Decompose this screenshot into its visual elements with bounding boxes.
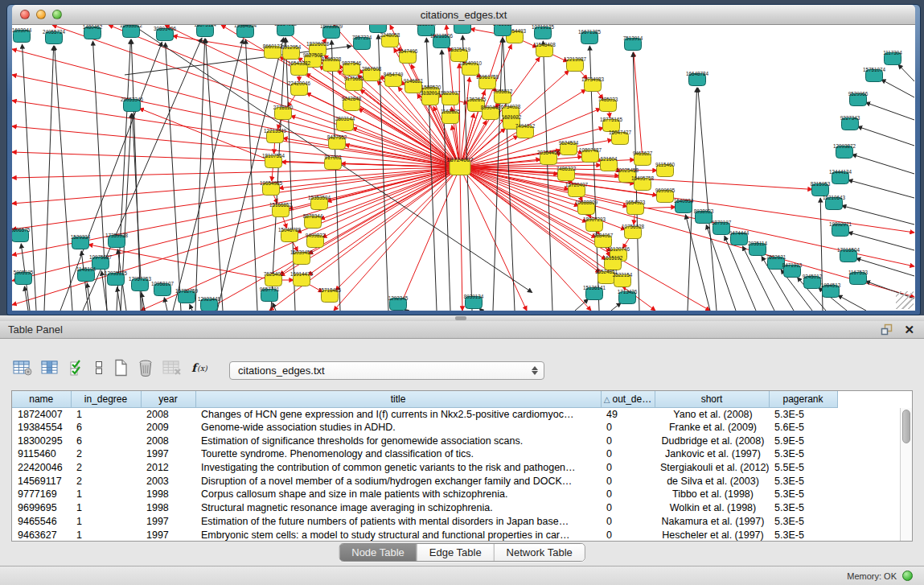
table-row[interactable]: 969969511998Structural magnetic resonanc… — [12, 501, 837, 515]
table-cell[interactable]: 2008 — [141, 407, 195, 421]
citation-edge[interactable] — [848, 180, 914, 198]
citation-edge[interactable] — [334, 167, 460, 311]
column-header-name[interactable]: name — [12, 391, 71, 407]
graph-node[interactable] — [277, 25, 294, 36]
citation-edge[interactable] — [865, 102, 914, 120]
table-row[interactable]: 977716911998Corpus callosum shape and si… — [12, 488, 837, 501]
table-scrollbar[interactable] — [900, 408, 912, 542]
table-cell[interactable]: 1 — [71, 407, 141, 421]
table-cell[interactable]: 2009 — [141, 421, 195, 435]
citation-edge[interactable] — [12, 101, 460, 167]
citation-edge[interactable] — [426, 38, 437, 311]
table-cell[interactable]: 19384554 — [12, 421, 71, 435]
network-graph[interactable]: 1822605898275088186328982754628676088454… — [12, 25, 915, 311]
network-canvas[interactable]: 1822605898275088186328982754628676088454… — [12, 25, 915, 311]
close-window-button[interactable] — [20, 10, 30, 19]
table-cell[interactable]: 9465546 — [12, 515, 71, 529]
table-cell[interactable]: 5.3E-5 — [769, 474, 837, 488]
table-cell[interactable]: 0 — [601, 515, 655, 529]
citation-edge[interactable] — [852, 154, 914, 174]
table-cell[interactable]: 5.3E-5 — [769, 488, 837, 501]
tab-node-table[interactable]: Node Table — [339, 544, 417, 561]
tab-network-table[interactable]: Network Table — [494, 544, 585, 561]
graph-node[interactable] — [495, 25, 511, 36]
table-cell[interactable]: Estimation of the future numbers of pati… — [195, 515, 601, 529]
table-cell[interactable]: 18724007 — [12, 407, 71, 421]
citation-edge[interactable] — [838, 295, 866, 311]
close-panel-button[interactable]: ✕ — [904, 324, 914, 336]
select-all-button[interactable] — [69, 360, 85, 379]
show-columns-button[interactable] — [41, 360, 60, 379]
table-cell[interactable]: 0 — [601, 528, 655, 542]
table-cell[interactable]: 0 — [601, 488, 655, 501]
table-cell[interactable]: de Silva et al. (2003) — [655, 474, 769, 488]
table-cell[interactable]: 0 — [601, 421, 655, 435]
resize-grip[interactable] — [896, 291, 914, 309]
zoom-window-button[interactable] — [52, 10, 62, 19]
table-cell[interactable]: 5.3E-5 — [769, 528, 837, 542]
table-cell[interactable]: 2 — [71, 447, 141, 461]
table-row[interactable]: 1456911722003Disruption of a novel membe… — [12, 474, 837, 488]
table-cell[interactable]: Hescheler et al. (1997) — [655, 528, 769, 542]
table-cell[interactable]: 2012 — [141, 461, 195, 475]
panel-splitter[interactable] — [0, 315, 924, 321]
table-cell[interactable]: 6 — [71, 434, 141, 447]
citation-edge[interactable] — [857, 126, 914, 146]
table-row[interactable]: 911546021997Tourette syndrome. Phenomeno… — [12, 447, 837, 461]
citation-edge[interactable] — [24, 286, 28, 311]
citation-edge[interactable] — [459, 64, 460, 167]
table-cell[interactable]: 5.9E-5 — [769, 434, 837, 447]
new-file-button[interactable] — [113, 359, 129, 380]
citation-edge[interactable] — [322, 167, 460, 237]
citation-edge[interactable] — [245, 39, 257, 311]
citation-edge[interactable] — [698, 88, 717, 311]
table-cell[interactable]: 5.3E-5 — [769, 407, 837, 421]
table-cell[interactable]: 1998 — [141, 501, 195, 515]
citation-edge[interactable] — [842, 206, 914, 225]
table-cell[interactable]: 9699695 — [12, 501, 71, 515]
table-cell[interactable]: 0 — [601, 434, 655, 447]
table-cell[interactable]: 1 — [71, 515, 141, 529]
graph-node[interactable] — [370, 25, 387, 33]
table-cell[interactable]: 0 — [601, 501, 655, 515]
function-button[interactable]: f (x) — [191, 360, 211, 378]
column-header-title[interactable]: title — [195, 391, 601, 407]
toggle-views-button[interactable] — [94, 360, 104, 379]
trash-button[interactable] — [138, 359, 154, 380]
minimize-window-button[interactable] — [36, 10, 46, 19]
table-row[interactable]: 1872400712008Changes of HCN gene express… — [12, 407, 837, 421]
column-header-year[interactable]: year — [141, 391, 195, 407]
citation-edge[interactable] — [898, 64, 914, 81]
citation-edge[interactable] — [217, 38, 284, 311]
table-cell[interactable]: 0 — [601, 474, 655, 488]
table-cell[interactable]: Dudbridge et al. (2008) — [655, 434, 769, 447]
table-cell[interactable]: 9777169 — [12, 488, 71, 501]
column-header-out_de[interactable]: △out_de… — [601, 391, 655, 407]
table-cell[interactable]: 14569117 — [12, 474, 71, 488]
graph-node[interactable] — [454, 25, 471, 34]
table-cell[interactable]: Embryonic stem cells: a model to study s… — [195, 528, 601, 542]
table-cell[interactable]: 2 — [71, 461, 141, 475]
table-cell[interactable]: 18300295 — [12, 434, 71, 447]
table-cell[interactable]: 5.3E-5 — [769, 515, 837, 529]
table-cell[interactable]: 1997 — [141, 447, 195, 461]
table-cell[interactable]: Tourette syndrome. Phenomenology and cla… — [195, 447, 601, 461]
citation-edge[interactable] — [190, 304, 192, 311]
table-cell[interactable]: 2003 — [141, 474, 195, 488]
column-header-pagerank[interactable]: pagerank — [769, 391, 837, 407]
table-cell[interactable]: Structural magnetic resonance image aver… — [195, 501, 601, 515]
table-cell[interactable]: 22420046 — [12, 461, 71, 475]
table-cell[interactable]: 1997 — [141, 515, 195, 529]
tab-edge-table[interactable]: Edge Table — [417, 544, 494, 561]
citation-edge[interactable] — [195, 39, 205, 311]
table-row[interactable]: 946554611997Estimation of the future num… — [12, 515, 837, 529]
table-cell[interactable]: 1998 — [141, 488, 195, 501]
citation-edge[interactable] — [273, 303, 276, 311]
table-row[interactable]: 946362711997Embryonic stem cells: a mode… — [12, 528, 837, 542]
table-cell[interactable]: 6 — [71, 421, 141, 435]
citation-edge[interactable] — [166, 43, 181, 311]
table-cell[interactable]: Disruption of a novel member of a sodium… — [195, 474, 601, 488]
table-cell[interactable]: Changes of HCN gene expression and I(f) … — [195, 407, 601, 421]
table-cell[interactable]: 1 — [71, 501, 141, 515]
table-select-dropdown[interactable]: citations_edges.txt — [229, 361, 544, 380]
